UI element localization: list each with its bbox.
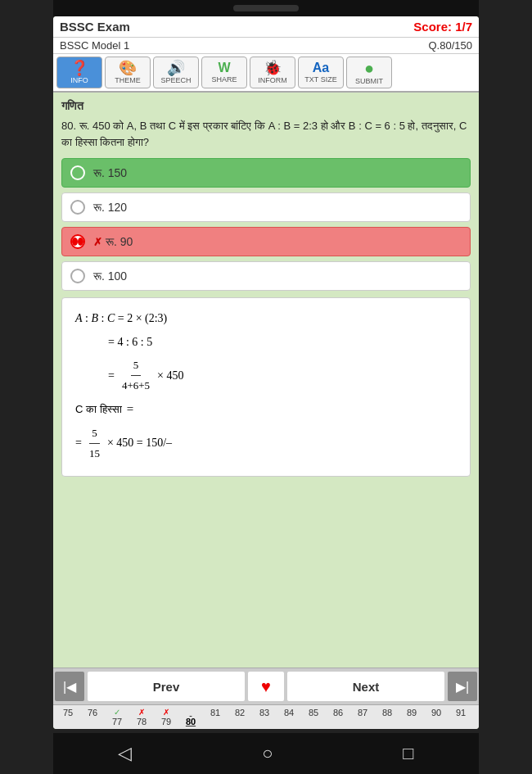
q-strip-item-85[interactable]: 85 — [302, 708, 325, 726]
share-icon: W — [218, 61, 230, 75]
q-strip-item-80[interactable]: 80 — [179, 708, 202, 726]
option-c[interactable]: ✗ रू. 90 — [61, 227, 471, 256]
theme-button[interactable]: 🎨 THEME — [105, 57, 151, 88]
radio-b — [70, 200, 85, 215]
sol-line-4: C का हिस्सा = — [75, 398, 457, 420]
q-strip-item-83[interactable]: 83 — [253, 708, 276, 726]
app-title: BSSC Exam — [60, 20, 130, 34]
solution-content: A : B : C = 2 × (2:3) = 4 : 6 : 5 = 5 4+… — [75, 308, 457, 463]
sol-line-5: = 5 15 × 450 = 150/– — [75, 423, 457, 463]
q-number: 80. — [61, 120, 76, 132]
q-strip-item-82[interactable]: 82 — [228, 708, 251, 726]
share-button[interactable]: W SHARE — [201, 57, 247, 88]
txtsize-label: TXT SIZE — [304, 75, 336, 84]
header-sub: BSSC Model 1 Q.80/150 — [53, 38, 479, 54]
option-b[interactable]: रू. 120 — [61, 192, 471, 222]
q-strip-item-75[interactable]: 75 — [56, 708, 79, 726]
theme-label: THEME — [115, 76, 141, 84]
info-button[interactable]: ❓ INFO — [56, 57, 102, 88]
radio-a — [70, 165, 85, 180]
q-strip-item-81[interactable]: 81 — [204, 708, 227, 726]
option-a-text: रू. 150 — [93, 166, 127, 180]
submit-label: SUBMIT — [355, 77, 383, 85]
prev-button[interactable]: Prev — [88, 672, 245, 701]
option-d-text: रू. 100 — [93, 269, 127, 283]
sol-line-1: A : B : C = 2 × (2:3) — [75, 308, 457, 328]
q-strip-item-91[interactable]: 91 — [449, 708, 472, 726]
model-label: BSSC Model 1 — [60, 39, 129, 52]
radio-c — [70, 234, 85, 249]
device-screen: BSSC Exam Score: 1/7 BSSC Model 1 Q.80/1… — [53, 16, 479, 729]
speech-icon: 🔊 — [167, 61, 185, 75]
score-display: Score: 1/7 — [413, 20, 472, 34]
skip-end-button[interactable]: ▶| — [448, 672, 477, 701]
android-nav: ◁ ○ □ — [53, 733, 479, 774]
solution-box: A : B : C = 2 × (2:3) = 4 : 6 : 5 = 5 4+… — [61, 297, 471, 477]
bottom-nav: |◀ Prev ♥ Next ▶| — [53, 668, 479, 704]
q-strip-item-90[interactable]: 90 — [425, 708, 448, 726]
submit-icon: ● — [364, 60, 374, 76]
speech-label: SPEECH — [160, 76, 191, 84]
home-button[interactable]: ○ — [262, 743, 273, 764]
notch — [233, 5, 299, 11]
question-strip: 7576✓77✗78✗79 80818283848586878889909192 — [53, 704, 479, 729]
sol-line-2: = 4 : 6 : 5 — [108, 332, 457, 352]
c-label: C का हिस्सा — [75, 400, 122, 419]
recents-button[interactable]: □ — [403, 743, 413, 764]
q-strip-item-87[interactable]: 87 — [351, 708, 374, 726]
subject-label: गणित — [61, 99, 471, 113]
favorite-button[interactable]: ♥ — [248, 672, 284, 701]
next-button[interactable]: Next — [287, 672, 444, 701]
content-area: गणित 80. रू. 450 को A, B तथा C में इस प्… — [53, 93, 479, 668]
theme-icon: 🎨 — [119, 61, 137, 75]
q-strip-item-88[interactable]: 88 — [376, 708, 399, 726]
submit-button[interactable]: ● SUBMIT — [346, 57, 392, 88]
info-icon: ❓ — [70, 61, 88, 75]
q-body: रू. 450 को A, B तथा C में इस प्रकार बांट… — [61, 120, 467, 148]
q-strip-item-78[interactable]: ✗78 — [130, 708, 153, 726]
txtsize-icon: Aa — [313, 61, 329, 75]
option-d[interactable]: रू. 100 — [61, 261, 471, 291]
question-progress: Q.80/150 — [429, 39, 473, 52]
option-a[interactable]: रू. 150 — [61, 158, 471, 188]
inform-label: INFORM — [258, 76, 287, 84]
wrong-icon: ✗ — [93, 236, 102, 248]
q-strip-item-77[interactable]: ✓77 — [106, 708, 128, 726]
inform-button[interactable]: 🐞 INFORM — [250, 57, 295, 88]
q-strip-item-79[interactable]: ✗79 — [155, 708, 178, 726]
skip-start-button[interactable]: |◀ — [55, 672, 84, 701]
radio-d — [70, 269, 85, 283]
inform-icon: 🐞 — [264, 61, 282, 75]
status-bar — [53, 0, 479, 16]
toolbar: ❓ INFO 🎨 THEME 🔊 SPEECH W SHARE 🐞 INFORM… — [53, 54, 479, 93]
q-strip-item-92[interactable]: 92 — [474, 708, 479, 726]
q-strip-item-89[interactable]: 89 — [400, 708, 423, 726]
q-strip-item-86[interactable]: 86 — [327, 708, 349, 726]
header-top: BSSC Exam Score: 1/7 — [53, 16, 479, 38]
option-c-text: रू. 90 — [106, 235, 133, 249]
question-text: 80. रू. 450 को A, B तथा C में इस प्रकार … — [61, 118, 471, 150]
info-label: INFO — [70, 76, 88, 84]
speech-button[interactable]: 🔊 SPEECH — [153, 57, 199, 88]
fraction-2: 5 15 — [87, 423, 102, 463]
option-b-text: रू. 120 — [93, 201, 127, 215]
q-strip-item-84[interactable]: 84 — [277, 708, 300, 726]
q-strip-item-76[interactable]: 76 — [81, 708, 104, 726]
share-label: SHARE — [211, 75, 237, 84]
back-button[interactable]: ◁ — [118, 743, 132, 764]
txtsize-button[interactable]: Aa TXT SIZE — [298, 57, 344, 88]
sol-line-3: = 5 4+6+5 × 450 — [108, 355, 457, 395]
fraction-1: 5 4+6+5 — [119, 355, 152, 395]
